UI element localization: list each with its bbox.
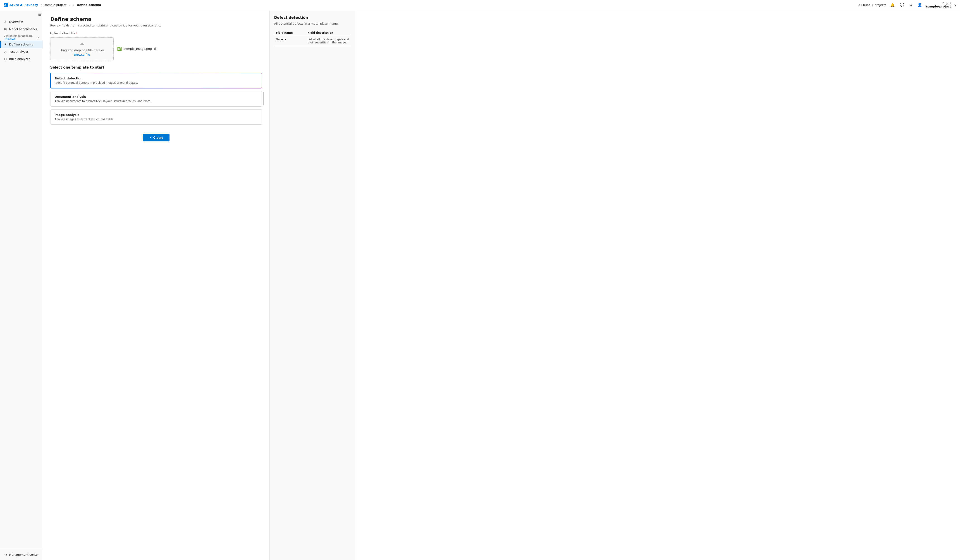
management-icon: ⇥	[4, 553, 7, 556]
create-check-icon: ✓	[149, 136, 152, 139]
file-check-icon: ✅	[117, 46, 122, 51]
scroll-indicator	[263, 92, 264, 106]
chat-icon[interactable]: 💬	[899, 2, 905, 8]
panel-table-header-field-name: Field name	[274, 30, 306, 36]
nav-sep-1: /	[41, 3, 42, 6]
preview-badge: PREVIEW	[5, 38, 16, 40]
required-star: *	[76, 32, 77, 35]
panel-description: All potential defects in a metal plate i…	[274, 22, 351, 26]
section-chevron-icon[interactable]: ∧	[37, 36, 39, 39]
template-list: Defect detection Identify potential defe…	[50, 73, 262, 125]
azure-logo-icon: A	[4, 3, 8, 7]
upload-section-label: Upload a test file*	[50, 32, 262, 35]
upload-cloud-icon: ☁	[80, 40, 85, 46]
upload-dropzone-text: Drag and drop one file here or Browse fi…	[60, 48, 104, 57]
sidebar-item-management-center[interactable]: ⇥ Management center	[0, 551, 43, 558]
sidebar-item-overview[interactable]: ⌂ Overview	[0, 18, 43, 26]
template-img-title: Image analysis	[54, 113, 258, 117]
panel-table-header-field-desc: Field description	[306, 30, 351, 36]
page-title: Define schema	[50, 16, 262, 22]
account-icon[interactable]: 👤	[917, 2, 923, 8]
project-link[interactable]: sample-project	[44, 3, 66, 6]
upload-dropzone[interactable]: ☁ Drag and drop one file here or Browse …	[50, 37, 114, 60]
notifications-icon[interactable]: 🔔	[890, 2, 896, 8]
template-card-document-analysis[interactable]: Document analysis Analyze documents to e…	[50, 91, 262, 107]
template-defect-title: Defect detection	[55, 77, 258, 80]
define-schema-icon: ✦	[4, 43, 7, 46]
current-page-label: Define schema	[77, 3, 101, 6]
template-defect-desc: Identify potential defects in provided i…	[55, 81, 258, 85]
project-name: sample-project	[926, 5, 951, 8]
test-analyzer-icon: △	[4, 50, 7, 53]
sidebar-section-content-understanding: Content understanding PREVIEW ∧	[0, 33, 43, 41]
topnav: A Azure AI Foundry / sample-project ⌄ / …	[0, 0, 960, 10]
create-button[interactable]: ✓ Create	[143, 134, 170, 141]
sidebar-overview-label: Overview	[9, 20, 23, 24]
main-layout: ⊡ ⌂ Overview ⊞ Model benchmarks Content …	[0, 10, 960, 560]
build-analyzer-icon: ◻	[4, 57, 7, 61]
panel-field-name: Defects	[274, 36, 306, 46]
brand-logo[interactable]: A Azure AI Foundry	[4, 3, 38, 7]
sidebar-item-build-analyzer[interactable]: ◻ Build analyzer	[0, 55, 43, 62]
sidebar-toggle-button[interactable]: ⊡	[38, 13, 41, 16]
sidebar-item-define-schema[interactable]: ✦ Define schema	[0, 41, 43, 48]
sidebar-management-label: Management center	[9, 553, 39, 556]
hubs-link[interactable]: All hubs + projects	[858, 3, 886, 6]
uploaded-filename: Sample_Image.png	[123, 47, 152, 50]
benchmarks-icon: ⊞	[4, 27, 7, 31]
templates-section-title: Select one template to start	[50, 66, 262, 69]
right-panel: Defect detection All potential defects i…	[269, 10, 355, 560]
brand-label: Azure AI Foundry	[10, 3, 38, 6]
project-label: Project	[942, 2, 951, 5]
svg-text:A: A	[4, 4, 6, 6]
section-label: Content understanding	[4, 34, 32, 37]
sidebar-test-analyzer-label: Test analyzer	[9, 50, 28, 53]
content-area: Define schema Review fields from selecte…	[43, 10, 960, 560]
create-button-row: ✓ Create	[50, 132, 262, 141]
delete-file-icon[interactable]: 🗑	[154, 47, 157, 50]
sidebar: ⊡ ⌂ Overview ⊞ Model benchmarks Content …	[0, 10, 43, 560]
topnav-right: All hubs + projects 🔔 💬 ⚙ 👤 Project samp…	[858, 2, 956, 8]
page-subtitle: Review fields from selected template and…	[50, 24, 262, 27]
template-doc-desc: Analyze documents to extract text, layou…	[54, 99, 258, 103]
nav-sep-2: /	[73, 3, 74, 6]
upload-row: ☁ Drag and drop one file here or Browse …	[50, 37, 262, 60]
project-chevron-icon: ⌄	[68, 3, 70, 6]
content-main: Define schema Review fields from selecte…	[43, 10, 269, 560]
sidebar-bottom: ⇥ Management center	[0, 549, 43, 558]
sidebar-build-analyzer-label: Build analyzer	[9, 57, 30, 61]
template-card-defect-detection[interactable]: Defect detection Identify potential defe…	[50, 73, 262, 88]
sidebar-item-model-benchmarks[interactable]: ⊞ Model benchmarks	[0, 26, 43, 33]
template-doc-title: Document analysis	[54, 95, 258, 98]
template-img-desc: Analyze images to extract structured fie…	[54, 118, 258, 121]
project-info: Project sample-project	[926, 2, 951, 8]
create-button-label: Create	[153, 136, 163, 139]
browse-file-link[interactable]: Browse file	[74, 53, 90, 56]
sidebar-define-schema-label: Define schema	[9, 43, 34, 46]
panel-table-row: Defects List of all the defect types and…	[274, 36, 351, 46]
panel-title: Defect detection	[274, 15, 351, 20]
panel-table: Field name Field description Defects Lis…	[274, 30, 351, 46]
panel-field-description: List of all the defect types and their s…	[306, 36, 351, 46]
uploaded-file: ✅ Sample_Image.png 🗑	[117, 46, 157, 51]
sidebar-benchmarks-label: Model benchmarks	[9, 27, 37, 31]
overview-icon: ⌂	[4, 20, 7, 24]
template-card-image-analysis[interactable]: Image analysis Analyze images to extract…	[50, 109, 262, 125]
settings-icon[interactable]: ⚙	[909, 2, 914, 8]
project-dropdown-button[interactable]: ∨	[954, 3, 956, 7]
sidebar-toggle-row: ⊡	[0, 12, 43, 18]
sidebar-item-test-analyzer[interactable]: △ Test analyzer	[0, 48, 43, 55]
